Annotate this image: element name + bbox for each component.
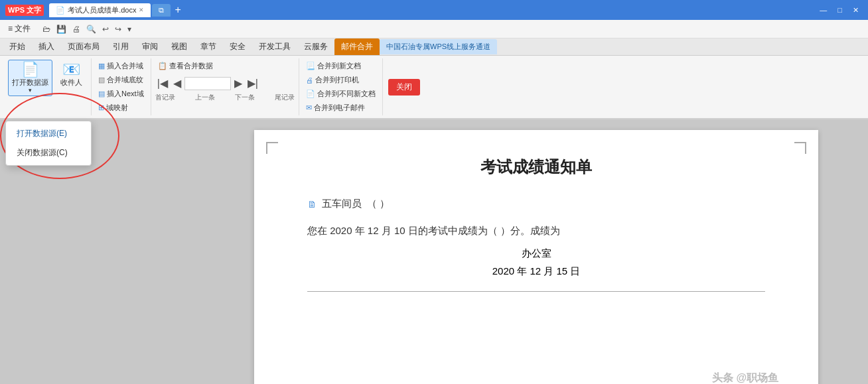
dropdown-menu: 打开数据源(E) 关闭数据源(C) bbox=[5, 121, 92, 166]
doc-body-text: 您在 2020 年 12 月 10 日的考试中成绩为（ ）分。成绩为 bbox=[307, 221, 765, 241]
merge-different-doc-button[interactable]: 📄 合并到不同新文档 bbox=[303, 88, 378, 100]
tab-view[interactable]: 视图 bbox=[165, 38, 194, 55]
tab-security[interactable]: 安全 bbox=[223, 38, 252, 55]
view-merge-data-label: 查看合并数据 bbox=[169, 61, 213, 71]
insert-merge-field-label: 插入合并域 bbox=[107, 61, 143, 71]
merge-output-group: 📃 合并到新文档 🖨 合并到打印机 📄 合并到不同新文档 ✉ 合并到电子邮件 bbox=[299, 58, 383, 115]
field-bg-icon: ▧ bbox=[98, 76, 105, 84]
undo-dropdown-icon[interactable]: ▾ bbox=[125, 23, 134, 35]
ribbon-tabs: 开始 插入 页面布局 引用 审阅 视图 章节 安全 开发工具 云服务 邮件合并 … bbox=[0, 38, 868, 56]
open-datasource-group: 📄 打开数据源 ▾ 📧 收件人 bbox=[4, 58, 92, 115]
record-input[interactable] bbox=[184, 77, 231, 90]
doc-office-label: 办公室 bbox=[307, 247, 765, 260]
save-icon[interactable]: 💾 bbox=[54, 23, 69, 35]
tab-close-icon[interactable]: ✕ bbox=[139, 7, 144, 13]
undo-icon[interactable]: ↩ bbox=[100, 23, 111, 35]
close-button[interactable]: 关闭 bbox=[388, 79, 420, 96]
doc-tab[interactable]: 📄 考试人员成绩单.docx ✕ bbox=[49, 3, 151, 17]
view-nav-col: 📋 查看合并数据 |◀ ◀ ▶ ▶| 首记录 上一条 下一条 尾记录 bbox=[155, 60, 295, 102]
menu-bar: ≡ 文件 🗁 💾 🖨 🔍 ↩ ↪ ▾ bbox=[0, 20, 868, 38]
doc-title: 考试成绩通知单 bbox=[307, 157, 765, 178]
ribbon-content: 📄 打开数据源 ▾ 📧 收件人 ▦ 插入合并域 ▧ 合并域底纹 bbox=[0, 56, 868, 118]
doc-tab-label: 考试人员成绩单.docx bbox=[68, 5, 136, 15]
prev-record-label: 上一条 bbox=[195, 93, 215, 102]
wps-logo: WPS 文字 bbox=[5, 5, 44, 16]
merge-print-icon: 🖨 bbox=[306, 76, 313, 84]
merge-field-bg-button[interactable]: ▧ 合并域底纹 bbox=[96, 74, 147, 86]
minimize-button[interactable]: — bbox=[816, 5, 831, 15]
merge-diff-icon: 📄 bbox=[306, 90, 315, 98]
doc-line1-brackets: （ ） bbox=[367, 198, 390, 210]
field-map-icon: ⊞ bbox=[98, 103, 104, 112]
merge-new-doc-button[interactable]: 📃 合并到新文档 bbox=[303, 60, 378, 72]
merge-new-icon: 📃 bbox=[306, 62, 315, 70]
merge-new-doc-label: 合并到新文档 bbox=[317, 61, 361, 71]
tab-start[interactable]: 开始 bbox=[3, 38, 32, 55]
title-bar-left: WPS 文字 bbox=[5, 5, 44, 16]
window-controls: — □ ✕ bbox=[816, 5, 863, 16]
open-datasource-button[interactable]: 📄 打开数据源 ▾ bbox=[8, 60, 52, 96]
restore-tab[interactable]: ⧉ bbox=[152, 4, 171, 17]
last-record-button[interactable]: ▶| bbox=[246, 76, 260, 90]
view-merge-data-button[interactable]: 📋 查看合并数据 bbox=[155, 60, 295, 72]
dropdown-arrow-icon: ▾ bbox=[29, 87, 32, 94]
open-datasource-menu-item[interactable]: 打开数据源(E) bbox=[6, 124, 91, 143]
open-icon[interactable]: 🗁 bbox=[40, 23, 53, 35]
tab-page-layout[interactable]: 页面布局 bbox=[61, 38, 106, 55]
view-navigate-group: 📋 查看合并数据 |◀ ◀ ▶ ▶| 首记录 上一条 下一条 尾记录 bbox=[151, 58, 299, 115]
merge-email-icon: ✉ bbox=[306, 103, 312, 112]
first-record-label: 首记录 bbox=[155, 93, 175, 102]
receive-icon: 📧 bbox=[62, 62, 80, 77]
corner-mark-tr bbox=[794, 142, 806, 154]
field-map-button[interactable]: ⊞ 域映射 bbox=[96, 101, 147, 114]
close-datasource-menu-item[interactable]: 关闭数据源(C) bbox=[6, 143, 91, 162]
close-group: 关闭 bbox=[383, 58, 425, 115]
close-window-button[interactable]: ✕ bbox=[849, 5, 863, 16]
insert-next-field-button[interactable]: ▤ 插入Next域 bbox=[96, 88, 147, 100]
prev-record-button[interactable]: ◀ bbox=[171, 76, 183, 90]
redo-icon[interactable]: ↪ bbox=[112, 23, 124, 35]
brand-watermark: 头条 @职场鱼 bbox=[712, 371, 778, 384]
tab-dev-tools[interactable]: 开发工具 bbox=[252, 38, 297, 55]
merge-email-button[interactable]: ✉ 合并到电子邮件 bbox=[303, 101, 378, 114]
tab-mail-merge[interactable]: 邮件合并 bbox=[334, 38, 380, 55]
doc-tab-icon: 📄 bbox=[56, 6, 65, 15]
merge-print-button[interactable]: 🖨 合并到打印机 bbox=[303, 74, 378, 86]
merge-email-label: 合并到电子邮件 bbox=[314, 103, 365, 113]
open-datasource-buttons: 📄 打开数据源 ▾ 📧 收件人 bbox=[8, 60, 87, 96]
merge-output-col: 📃 合并到新文档 🖨 合并到打印机 📄 合并到不同新文档 ✉ 合并到电子邮件 bbox=[303, 60, 378, 114]
merge-field-bg-label: 合并域底纹 bbox=[107, 75, 143, 85]
doc-line1-label: 五车间员 bbox=[322, 198, 362, 210]
toolbar-icons: 🗁 💾 🖨 🔍 ↩ ↪ ▾ bbox=[40, 23, 134, 35]
maximize-button[interactable]: □ bbox=[833, 5, 846, 15]
tab-insert[interactable]: 插入 bbox=[32, 38, 61, 55]
receive-button[interactable]: 📧 收件人 bbox=[55, 60, 87, 90]
insert-merge-field-button[interactable]: ▦ 插入合并域 bbox=[96, 60, 147, 72]
next-field-icon: ▤ bbox=[98, 90, 105, 98]
doc-separator bbox=[307, 291, 765, 292]
insert-fields-group: ▦ 插入合并域 ▧ 合并域底纹 ▤ 插入Next域 ⊞ 域映射 bbox=[92, 58, 151, 115]
view-data-icon: 📋 bbox=[158, 62, 167, 70]
next-record-button[interactable]: ▶ bbox=[232, 76, 244, 90]
find-icon[interactable]: 🔍 bbox=[84, 23, 99, 35]
ribbon: 开始 插入 页面布局 引用 审阅 视图 章节 安全 开发工具 云服务 邮件合并 … bbox=[0, 38, 868, 119]
tab-references[interactable]: 引用 bbox=[106, 38, 135, 55]
tab-review[interactable]: 审阅 bbox=[135, 38, 165, 55]
corner-mark-tl bbox=[266, 142, 278, 154]
tab-special-service[interactable]: 中国石油专属WPS线上服务通道 bbox=[380, 39, 497, 54]
title-bar: WPS 文字 📄 考试人员成绩单.docx ✕ ⧉ + — □ ✕ bbox=[0, 0, 868, 20]
tab-chapter[interactable]: 章节 bbox=[194, 38, 223, 55]
file-menu[interactable]: ≡ 文件 bbox=[3, 21, 36, 36]
document-area: 考试成绩通知单 🗎 五车间员 （ ） 您在 2020 年 12 月 10 日的考… bbox=[0, 119, 868, 384]
next-record-label: 下一条 bbox=[235, 93, 255, 102]
last-record-label: 尾记录 bbox=[275, 93, 295, 102]
doc-field-icon: 🗎 bbox=[307, 199, 317, 210]
insert-next-field-label: 插入Next域 bbox=[107, 89, 144, 99]
add-tab-button[interactable]: + bbox=[172, 4, 183, 16]
merge-different-doc-label: 合并到不同新文档 bbox=[317, 89, 376, 99]
first-record-button[interactable]: |◀ bbox=[155, 76, 170, 90]
print-icon[interactable]: 🖨 bbox=[70, 23, 83, 35]
restore-icon: ⧉ bbox=[159, 6, 164, 15]
merge-print-label: 合并到打印机 bbox=[315, 75, 359, 85]
tab-cloud[interactable]: 云服务 bbox=[297, 38, 334, 55]
